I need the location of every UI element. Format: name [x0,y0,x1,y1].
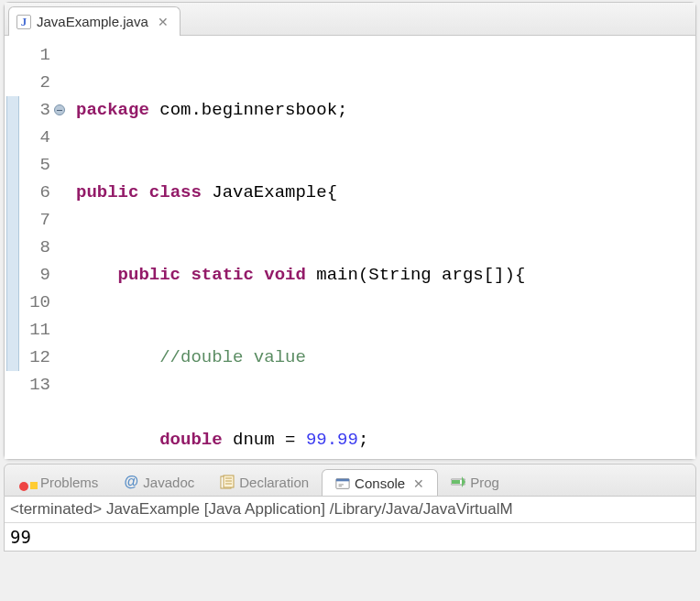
tab-label: Declaration [239,475,309,490]
line-number: 9 [25,261,50,289]
java-file-icon: J [16,15,31,29]
bottom-pane: Problems @ Javadoc Declaration Console ✕… [4,464,696,552]
line-number: 12 [25,344,50,371]
line-number: 6 [25,179,50,206]
tab-problems[interactable]: Problems [8,469,111,496]
code-editor[interactable]: 1 2 3 4 5 6 7 8 9 10 11 12 13 package co… [5,36,695,459]
console-body: <terminated> JavaExample [Java Applicati… [4,497,696,552]
tab-label: Problems [40,475,98,490]
tab-javadoc[interactable]: @ Javadoc [111,469,207,496]
tab-console[interactable]: Console ✕ [322,469,438,497]
code-content[interactable]: package com.beginnersbook; public class … [76,41,695,459]
tab-label: Prog [470,475,499,490]
editor-tab[interactable]: J JavaExample.java ✕ [8,6,180,36]
line-number: 3 [25,96,50,124]
marker-column [5,41,21,459]
progress-icon [451,475,465,489]
declaration-icon [220,475,235,489]
line-number: 8 [25,234,50,261]
editor-pane: J JavaExample.java ✕ 1 2 3 4 5 6 [4,2,696,460]
editor-tab-bar: J JavaExample.java ✕ [5,3,695,36]
editor-tab-label: JavaExample.java [37,14,148,29]
javadoc-icon: @ [124,475,138,489]
line-number: 10 [25,289,50,316]
bottom-tab-bar: Problems @ Javadoc Declaration Console ✕… [4,464,696,497]
line-number: 2 [25,69,50,96]
line-number: 5 [25,151,50,179]
console-status: <terminated> JavaExample [Java Applicati… [5,497,695,523]
line-number: 7 [25,206,50,234]
close-icon[interactable]: ✕ [413,476,424,491]
line-number: 1 [25,41,50,69]
tab-declaration[interactable]: Declaration [207,469,322,496]
tab-label: Javadoc [143,475,194,490]
line-number: 13 [25,371,50,399]
line-number-gutter: 1 2 3 4 5 6 7 8 9 10 11 12 13 [21,41,58,459]
line-number: 4 [25,124,50,151]
close-icon[interactable]: ✕ [158,15,169,29]
problems-icon [21,475,36,489]
line-number: 11 [25,316,50,344]
svg-marker-11 [462,476,465,487]
tab-label: Console [355,475,405,491]
svg-rect-10 [452,480,460,484]
console-icon [335,476,350,491]
svg-rect-6 [336,478,349,481]
fold-toggle-icon[interactable] [54,104,65,115]
console-output[interactable]: 99 [5,523,695,551]
tab-progress[interactable]: Prog [438,469,512,496]
